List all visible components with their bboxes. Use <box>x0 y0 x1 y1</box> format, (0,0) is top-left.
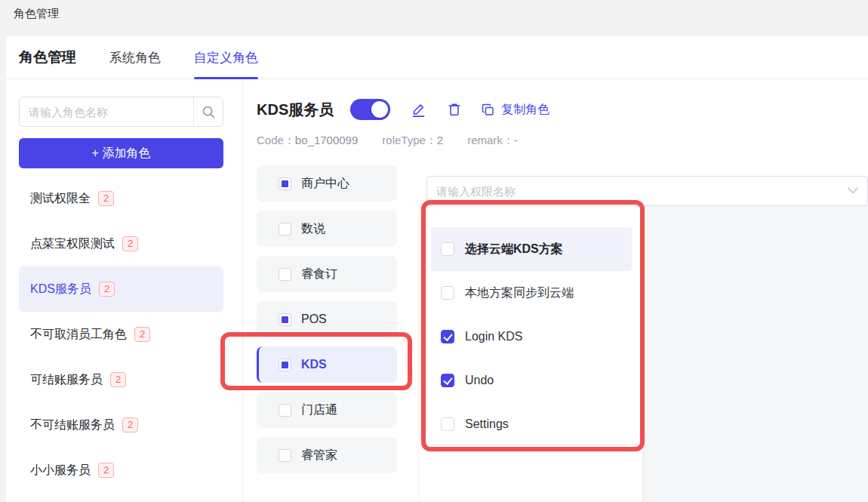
module-checkbox[interactable] <box>279 268 291 281</box>
role-meta-row: Code：bo_1700099 roleType：2 remark：- <box>257 134 518 148</box>
permission-label: 选择云端KDS方案 <box>465 242 563 257</box>
copy-role-button[interactable]: 复制角色 <box>481 102 549 118</box>
role-detail-area: KDS服务员 <box>243 79 868 502</box>
module-label: 睿食订 <box>301 266 337 282</box>
role-search-box <box>19 97 223 127</box>
role-count-badge: 2 <box>122 417 138 433</box>
role-name: 不可取消员工角色 <box>30 327 127 343</box>
permission-checkbox[interactable] <box>441 374 454 387</box>
module-list: 商户中心 数说 睿食订 POS KDS <box>257 165 397 482</box>
main-panel: 角色管理 系统角色 自定义角色 + 添加角色 测试权限全 <box>6 36 868 502</box>
permission-checkbox[interactable] <box>441 286 454 300</box>
role-name: 测试权限全 <box>30 191 91 207</box>
role-item[interactable]: 可结账服务员 2 <box>19 357 223 402</box>
permission-item[interactable]: 本地方案同步到云端 <box>431 271 632 315</box>
module-checkbox[interactable] <box>279 313 291 326</box>
role-list: 测试权限全 2 点菜宝权限测试 2 KDS服务员 2 不可取消员工角色 2 可结… <box>19 176 223 493</box>
edit-pencil-icon <box>411 102 426 118</box>
permission-item[interactable]: Login KDS <box>431 315 632 359</box>
permission-checkbox[interactable] <box>441 417 454 431</box>
permission-checkbox[interactable] <box>441 330 454 343</box>
module-checkbox[interactable] <box>279 177 291 190</box>
role-count-badge: 2 <box>98 463 114 478</box>
role-name: 可结账服务员 <box>30 372 103 388</box>
permission-item[interactable]: Undo <box>431 359 632 402</box>
permission-dropdown: 选择云端KDS方案 本地方案同步到云端 Login KDS Undo <box>420 206 642 502</box>
search-icon <box>202 105 216 119</box>
role-name: 点菜宝权限测试 <box>30 236 115 252</box>
module-label: POS <box>301 313 327 326</box>
role-title: KDS服务员 <box>257 100 334 120</box>
meta-roletype: roleType：2 <box>382 134 443 148</box>
module-label: 数说 <box>301 221 325 237</box>
module-item-pos[interactable]: POS <box>257 301 397 337</box>
role-count-badge: 2 <box>98 191 114 206</box>
permission-label: Undo <box>465 374 494 387</box>
role-item-selected[interactable]: KDS服务员 2 <box>19 266 223 312</box>
role-name: 小小服务员 <box>30 463 91 479</box>
chevron-down-icon[interactable] <box>848 187 858 194</box>
role-name: 不可结账服务员 <box>30 417 115 433</box>
trash-icon <box>447 102 462 117</box>
add-role-button[interactable]: + 添加角色 <box>19 138 223 168</box>
role-item[interactable]: 不可取消员工角色 2 <box>19 312 223 357</box>
edit-role-button[interactable] <box>410 101 426 118</box>
permission-checkbox[interactable] <box>441 242 454 256</box>
module-item-shushuo[interactable]: 数说 <box>257 211 397 247</box>
role-detail-header: KDS服务员 <box>257 94 549 125</box>
module-label: 睿管家 <box>301 448 337 464</box>
top-breadcrumb-bar: 角色管理 <box>0 0 868 36</box>
role-count-badge: 2 <box>99 282 115 297</box>
copy-icon <box>481 103 495 117</box>
page-title: 角色管理 <box>19 48 76 67</box>
permission-search-box <box>426 176 868 206</box>
module-checkbox[interactable] <box>279 359 291 371</box>
role-search-input[interactable] <box>20 97 193 126</box>
module-checkbox[interactable] <box>279 223 291 236</box>
module-label: 门店通 <box>301 402 337 418</box>
tabs-row: 角色管理 系统角色 自定义角色 <box>6 36 868 79</box>
tab-system-roles[interactable]: 系统角色 <box>109 36 161 79</box>
delete-role-button[interactable] <box>446 101 463 118</box>
copy-role-label: 复制角色 <box>501 102 549 118</box>
module-label: 商户中心 <box>301 176 349 192</box>
permission-area: 选择云端KDS方案 本地方案同步到云端 Login KDS Undo <box>426 176 868 502</box>
permission-label: Settings <box>465 417 509 431</box>
permission-label: Login KDS <box>465 330 523 343</box>
module-label: KDS <box>301 358 327 371</box>
role-count-badge: 2 <box>122 236 138 251</box>
module-item-kds[interactable]: KDS <box>257 346 397 383</box>
role-item[interactable]: 小小服务员 2 <box>19 448 223 493</box>
tab-custom-roles[interactable]: 自定义角色 <box>194 36 258 79</box>
breadcrumb: 角色管理 <box>14 7 59 21</box>
role-sidebar: + 添加角色 测试权限全 2 点菜宝权限测试 2 KDS服务员 2 不可取消员工… <box>6 79 243 502</box>
role-count-badge: 2 <box>110 372 126 387</box>
meta-remark: remark：- <box>467 134 518 148</box>
role-enabled-toggle[interactable] <box>350 99 390 120</box>
role-item[interactable]: 测试权限全 2 <box>19 176 223 221</box>
role-count-badge: 2 <box>134 327 150 342</box>
module-item-ruiguanjia[interactable]: 睿管家 <box>257 437 397 473</box>
module-checkbox[interactable] <box>279 449 291 462</box>
role-search-button[interactable] <box>194 97 223 126</box>
role-item[interactable]: 点菜宝权限测试 2 <box>19 221 223 266</box>
role-item[interactable]: 不可结账服务员 2 <box>19 402 223 448</box>
module-checkbox[interactable] <box>279 404 291 417</box>
module-item-merchant-center[interactable]: 商户中心 <box>257 165 397 202</box>
role-name: KDS服务员 <box>30 282 91 297</box>
module-item-ruishiding[interactable]: 睿食订 <box>257 256 397 292</box>
permission-search-input[interactable] <box>427 177 867 205</box>
permission-item[interactable]: Settings <box>431 402 632 446</box>
meta-code: Code：bo_1700099 <box>257 134 358 148</box>
permission-label: 本地方案同步到云端 <box>465 285 574 301</box>
permission-item[interactable]: 选择云端KDS方案 <box>431 227 632 271</box>
content-area: + 添加角色 测试权限全 2 点菜宝权限测试 2 KDS服务员 2 不可取消员工… <box>6 79 868 502</box>
module-item-mendiantong[interactable]: 门店通 <box>257 392 397 428</box>
toggle-knob <box>371 101 388 118</box>
